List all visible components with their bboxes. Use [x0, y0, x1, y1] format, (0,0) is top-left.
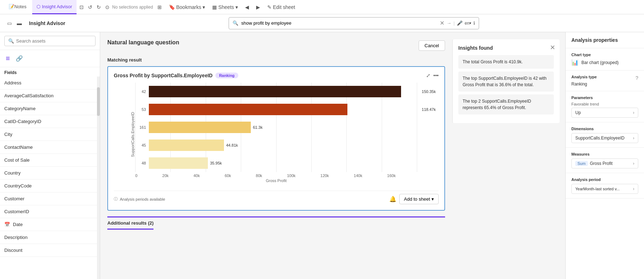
bar-fill [149, 86, 401, 97]
clear-icon[interactable]: ✕ [440, 20, 444, 26]
help-icon[interactable]: ? [635, 75, 638, 81]
main-layout: 🔍 ≡ 🔗 Fields Address AverageCallSatisfac… [0, 32, 644, 279]
nav-right: ⊞ 🔖 Bookmarks ▾ ▦ Sheets ▾ ◀ ▶ ✎ Edit sh… [156, 3, 297, 11]
bar-label: 53 [135, 107, 146, 112]
dimension-chevron-icon: › [633, 136, 634, 141]
item-label: Address [4, 80, 21, 85]
grid-icon[interactable]: ⊞ [156, 3, 163, 11]
fields-tab-btn[interactable]: ≡ [4, 53, 11, 64]
bar-track: 44.81k [149, 140, 417, 151]
sidebar-item[interactable]: Country [0, 167, 100, 180]
measure-tag: Sum [575, 161, 588, 166]
measure-value-row[interactable]: Sum Gross Profit › [571, 158, 638, 168]
sidebar-item[interactable]: City [0, 128, 100, 141]
insights-close-button[interactable]: ✕ [550, 44, 555, 52]
sidebar-item[interactable]: Address [0, 77, 100, 89]
search-assets-icon: 🔍 [8, 38, 14, 44]
sidebar-item[interactable]: Discount [0, 244, 100, 257]
chart-area: Natural language question Cancel Matchin… [100, 32, 452, 279]
chart-menu-btn[interactable]: ••• [433, 73, 439, 78]
chart-header: Gross Profit by SupportCalls.EmployeeID … [114, 73, 439, 78]
additional-results-tab[interactable]: Additional results (2) [107, 217, 153, 230]
nav-icon-btn-1[interactable]: ⊡ [78, 3, 85, 11]
sidebar-toggle-btn-1[interactable]: ▭ [6, 19, 13, 28]
item-label: Description [4, 235, 28, 240]
submit-arrow-icon[interactable]: → [447, 20, 451, 26]
sidebar-item[interactable]: Cost of Sale [0, 154, 100, 167]
mic-icon[interactable]: 🎤 [457, 20, 463, 26]
expand-chart-btn[interactable]: ⤢ [426, 73, 430, 78]
sidebar-item[interactable]: 📅Date [0, 218, 100, 231]
bookmarks-btn[interactable]: 🔖 Bookmarks ▾ [167, 3, 207, 11]
sidebar-item[interactable]: CustomerID [0, 205, 100, 218]
nav-icon-btn-3[interactable]: ↻ [95, 3, 102, 11]
favorable-trend-dropdown[interactable]: Up › [571, 108, 638, 118]
sidebar-toggle-btn-2[interactable]: ▬ [15, 19, 23, 28]
analysis-period-dropdown[interactable]: YearMonth-last sorted v... › [571, 184, 638, 194]
search-assets-bar[interactable]: 🔍 [4, 36, 96, 46]
bar-value: 35.95k [210, 161, 222, 165]
sidebar-item[interactable]: CatID-CategoryID [0, 115, 100, 128]
info-icon[interactable]: ℹ [473, 20, 475, 26]
dimensions-label: Dimensions [571, 127, 638, 131]
search-assets-input[interactable] [16, 38, 92, 44]
left-sidebar: 🔍 ≡ 🔗 Fields Address AverageCallSatisfac… [0, 32, 100, 279]
nav-back-btn[interactable]: ◀ [244, 3, 250, 11]
sidebar-scrollbar[interactable] [97, 77, 100, 279]
search-bar[interactable]: 🔍 ✕ → | 🎤 en ▾ ℹ [229, 17, 479, 29]
dimensions-section: Dimensions SupportCalls.EmployeeID › [566, 122, 644, 148]
analysis-periods-label: ⓘ Analysis periods available [114, 196, 165, 202]
analysis-period-chevron-icon: › [633, 186, 634, 191]
lang-chevron-icon[interactable]: ▾ [469, 21, 471, 25]
insights-panel: Insights found ✕ The total Gross Profit … [452, 39, 560, 123]
dimension-value-row[interactable]: SupportCalls.EmployeeID › [571, 133, 638, 143]
analysis-type-section: Analysis type ? Ranking [566, 70, 644, 91]
nav-icon-btn-4[interactable]: ⊙ [104, 3, 111, 11]
nav-forward-btn[interactable]: ▶ [255, 3, 262, 11]
item-label: Customer [4, 196, 24, 201]
bar-fill [149, 157, 208, 169]
panel-header: Natural language question Cancel [107, 39, 445, 52]
bars-area: 42 150.35k 53 118.47k [135, 83, 417, 172]
item-label: Discount [4, 248, 23, 253]
sidebar-item[interactable]: AverageCallSatisfaction [0, 89, 100, 102]
center-and-insights: Natural language question Cancel Matchin… [100, 32, 565, 279]
analysis-type-label: Analysis type [571, 75, 597, 79]
nav-tab-notes[interactable]: 📝 Notes [4, 0, 31, 14]
edit-sheet-btn[interactable]: ✎ Edit sheet [266, 3, 297, 11]
sidebar-item[interactable]: Customer [0, 192, 100, 205]
notes-icon: 📝 [9, 4, 14, 9]
item-label: CategoryName [4, 106, 35, 111]
sidebar-scrollbar-thumb[interactable] [97, 87, 100, 116]
sidebar-item[interactable]: CategoryName [0, 102, 100, 115]
sidebar-item[interactable]: ContactName [0, 141, 100, 154]
fields-label: Fields [0, 67, 100, 77]
x-tick: 40k [194, 173, 200, 178]
add-to-sheet-button[interactable]: Add to sheet ▾ [399, 194, 439, 204]
insight-item-3: The top 2 SupportCalls.EmployeeID repres… [458, 94, 554, 114]
language-selector[interactable]: en [465, 21, 469, 26]
nav-icon-btn-2[interactable]: ↺ [87, 3, 94, 11]
cancel-button[interactable]: Cancel [419, 40, 445, 51]
x-tick: 20k [162, 173, 169, 178]
nav-tab-insight-advisor[interactable]: ⬡ Insight Advisor [32, 0, 77, 14]
measure-name: Gross Profit [590, 161, 631, 166]
bar-label: 45 [135, 143, 146, 147]
measures-section: Measures Sum Gross Profit › [566, 148, 644, 173]
sidebar-item[interactable]: CountryCode [0, 180, 100, 192]
bar-label: 48 [135, 161, 146, 165]
bookmark-chart-btn[interactable]: 🔔 [389, 196, 396, 202]
sidebar-item[interactable]: Description [0, 231, 100, 244]
chart-title: Gross Profit by SupportCalls.EmployeeID [114, 73, 213, 78]
search-input[interactable] [241, 20, 440, 26]
bar-chart: SupportCalls.EmployeeID [114, 83, 439, 186]
search-icon: 🔍 [233, 20, 238, 26]
right-panel-header: Analysis properties [566, 32, 644, 48]
bar-row-48: 48 35.95k [135, 157, 417, 169]
chart-card: Gross Profit by SupportCalls.EmployeeID … [107, 66, 445, 211]
analysis-period-section: Analysis period YearMonth-last sorted v.… [566, 173, 644, 199]
bar-row-161: 161 61.3k [135, 122, 417, 133]
master-items-tab-btn[interactable]: 🔗 [14, 53, 24, 64]
sheets-btn[interactable]: ▦ Sheets ▾ [211, 3, 239, 11]
top-nav: 📝 Notes ⬡ Insight Advisor ⊡ ↺ ↻ ⊙ No sel… [0, 0, 644, 14]
